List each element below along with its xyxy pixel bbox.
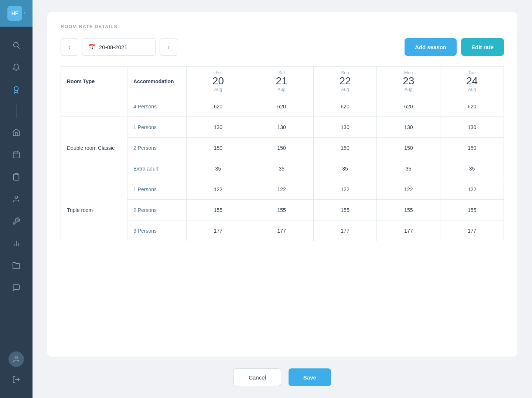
calendar-icon [12, 151, 20, 159]
value-cell: 155 [377, 200, 440, 220]
svg-point-12 [15, 356, 17, 359]
sidebar-item-clipboard[interactable] [7, 167, 26, 186]
col-date-sat: Sat 21 Aug [250, 67, 313, 96]
accommodation-cell: 2 Persons [127, 138, 187, 158]
table-row: 4 Persons 620 620 620 620 620 [61, 96, 504, 117]
save-button[interactable]: Save [289, 368, 331, 386]
sidebar: HF › [0, 0, 33, 398]
value-cell: 177 [250, 220, 313, 241]
value-cell: 150 [377, 138, 440, 158]
day-num-tue: 24 [446, 75, 498, 87]
room-type-cell-empty [61, 96, 127, 117]
sidebar-item-logout[interactable] [7, 370, 26, 389]
value-cell: 122 [440, 179, 504, 200]
value-cell: 35 [313, 158, 377, 179]
cancel-button[interactable]: Cancel [233, 368, 281, 386]
svg-point-2 [14, 87, 18, 91]
logo-chevron-icon: › [24, 10, 25, 15]
bar-chart-icon [12, 239, 20, 247]
accommodation-cell: 1 Persons [127, 117, 187, 138]
day-num-fri: 20 [192, 75, 244, 87]
value-cell: 122 [250, 179, 313, 200]
prev-date-button[interactable]: ‹ [61, 38, 78, 56]
value-cell: 130 [377, 117, 440, 138]
logout-icon [12, 375, 20, 384]
award-icon [12, 85, 20, 94]
message-square-icon [12, 284, 20, 292]
col-room-type: Room Type [61, 67, 127, 96]
value-cell: 620 [440, 96, 504, 117]
day-num-sat: 21 [256, 75, 307, 87]
value-cell: 130 [440, 117, 504, 138]
sidebar-bottom [7, 351, 26, 398]
card: ROOM RATE DETAILS ‹ 📅 20-08-2021 › Add s… [47, 12, 517, 357]
sidebar-item-home[interactable] [7, 123, 26, 142]
toolbar: ‹ 📅 20-08-2021 › Add season Edit rate [61, 38, 504, 56]
day-name-fri: Fri [192, 70, 244, 75]
accommodation-cell: Extra adult [127, 158, 187, 179]
add-season-button[interactable]: Add season [405, 38, 457, 56]
day-name-sun: Sun [320, 70, 371, 75]
value-cell: 150 [250, 138, 313, 158]
rates-table-wrapper: Room Type Accommodation Fri 20 Aug Sat [61, 66, 504, 345]
accommodation-cell: 4 Persons [127, 96, 187, 117]
value-cell: 155 [313, 200, 377, 220]
day-name-sat: Sat [256, 70, 307, 75]
value-cell: 130 [187, 117, 250, 138]
value-cell: 155 [187, 200, 250, 220]
svg-line-1 [18, 47, 20, 48]
bell-icon [12, 63, 20, 71]
sidebar-item-rewards[interactable] [7, 80, 26, 99]
sidebar-item-messages[interactable] [7, 278, 26, 297]
col-date-fri: Fri 20 Aug [187, 67, 250, 96]
next-date-button[interactable]: › [160, 38, 177, 56]
sidebar-item-tools[interactable] [7, 212, 26, 231]
date-field[interactable]: 📅 20-08-2021 [82, 38, 156, 56]
folder-icon [12, 262, 20, 270]
sidebar-item-search[interactable] [7, 36, 26, 55]
search-icon [12, 41, 20, 49]
value-cell: 177 [187, 220, 250, 241]
col-accommodation: Accommodation [127, 67, 187, 96]
table-row: 2 Persons 155 155 155 155 155 [61, 200, 504, 220]
value-cell: 177 [440, 220, 504, 241]
sidebar-divider [16, 104, 17, 118]
sidebar-item-calendar[interactable] [7, 145, 26, 164]
value-cell: 150 [440, 138, 504, 158]
value-cell: 35 [440, 158, 504, 179]
sidebar-item-analytics[interactable] [7, 234, 26, 253]
value-cell: 620 [187, 96, 250, 117]
value-cell: 122 [313, 179, 377, 200]
table-row: Triple room 1 Persons 122 122 122 122 12… [61, 179, 504, 200]
month-fri: Aug [192, 87, 244, 92]
sidebar-item-notifications[interactable] [7, 58, 26, 77]
sidebar-nav [0, 30, 33, 351]
value-cell: 150 [313, 138, 377, 158]
value-cell: 620 [377, 96, 440, 117]
value-cell: 620 [313, 96, 377, 117]
sidebar-item-user[interactable] [7, 189, 26, 209]
clipboard-icon [12, 173, 20, 181]
table-row: 3 Persons 177 177 177 177 177 [61, 220, 504, 241]
date-value: 20-08-2021 [99, 44, 127, 50]
value-cell: 130 [250, 117, 313, 138]
accommodation-cell: 1 Persons [127, 179, 187, 200]
calendar-field-icon: 📅 [88, 44, 95, 50]
value-cell: 130 [313, 117, 377, 138]
accommodation-cell: 2 Persons [127, 200, 187, 220]
user-icon [12, 195, 20, 203]
value-cell: 155 [250, 200, 313, 220]
value-cell: 35 [250, 158, 313, 179]
accommodation-cell: 3 Persons [127, 220, 187, 241]
svg-rect-7 [15, 173, 17, 175]
value-cell: 35 [187, 158, 250, 179]
room-type-cell-double-classic: Double room Classic [61, 117, 127, 179]
table-row: Extra adult 35 35 35 35 35 [61, 158, 504, 179]
user-avatar[interactable] [8, 351, 24, 367]
edit-rate-button[interactable]: Edit rate [461, 38, 504, 56]
day-num-mon: 23 [383, 75, 434, 87]
sidebar-item-folder[interactable] [7, 256, 26, 275]
month-mon: Aug [383, 87, 434, 92]
sidebar-logo[interactable]: HF › [0, 0, 33, 27]
month-sun: Aug [320, 87, 371, 92]
